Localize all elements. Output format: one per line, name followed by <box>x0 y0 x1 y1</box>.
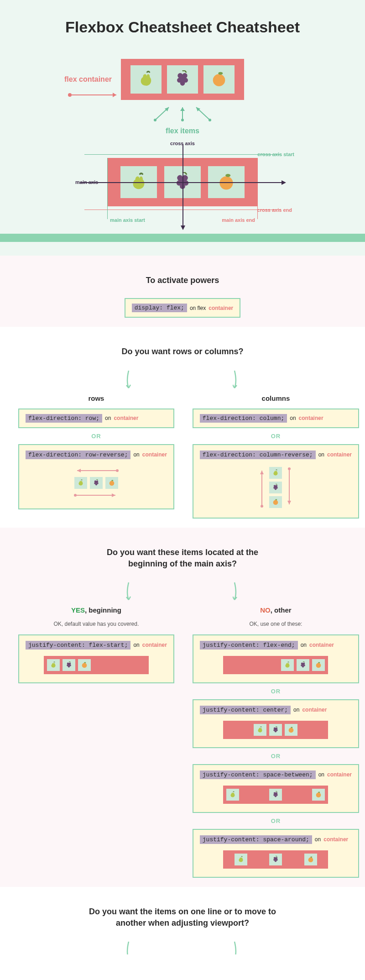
orange-icon <box>78 659 91 671</box>
code-card-column-reverse: flex-direction: column-reverse; on conta… <box>193 444 359 519</box>
section-heading: To activate powers <box>87 275 278 286</box>
hero-section: Flexbox Cheatsheet Cheatsheet flex conta… <box>0 0 365 256</box>
code-card-center: justify-content: center; on container <box>193 699 359 748</box>
pear-icon <box>281 659 294 671</box>
main-axis-end-label: main axis end <box>222 217 255 223</box>
svg-point-19 <box>74 494 77 497</box>
code-snippet: justify-content: center; <box>200 706 291 714</box>
arrow-down-icon <box>233 582 239 603</box>
grape-icon <box>269 854 282 865</box>
code-snippet: justify-content: flex-end; <box>200 641 298 650</box>
orange-icon <box>312 789 325 801</box>
section-heading: Do you want the items on one line or to … <box>87 906 278 929</box>
or-separator: OR <box>271 688 281 695</box>
arrow-down-icon <box>233 941 239 954</box>
code-snippet: flex-direction: column-reverse; <box>200 451 316 459</box>
pear-icon <box>74 477 87 489</box>
code-card-row-reverse: flex-direction: row-reverse; on containe… <box>18 444 174 509</box>
cross-axis-start-label: cross axis start <box>257 152 294 157</box>
grape-icon <box>269 482 282 493</box>
flex-start-demo <box>44 656 149 674</box>
page-title: Flexbox Cheatsheet Cheatsheet <box>0 18 365 36</box>
main-axis-label: main axis <box>75 179 98 185</box>
code-card-column: flex-direction: column; on container <box>193 409 359 428</box>
pear-icon <box>47 659 60 671</box>
or-separator: OR <box>271 753 281 760</box>
pear-icon <box>226 789 239 801</box>
code-snippet: justify-content: space-between; <box>200 770 316 779</box>
grape-icon <box>297 659 309 671</box>
arrow-down-icon <box>126 370 132 391</box>
code-snippet: flex-direction: row-reverse; <box>26 451 130 459</box>
wrap-section: Do you want the items on one line or to … <box>0 887 365 954</box>
column-reverse-demo <box>268 466 283 509</box>
svg-point-17 <box>116 469 119 472</box>
svg-point-14 <box>181 119 184 121</box>
cross-axis-label: cross axis <box>170 141 195 146</box>
orange-icon <box>285 724 297 736</box>
yes-note: OK, default value has you covered. <box>54 620 139 628</box>
orange-icon <box>304 854 317 865</box>
grape-icon <box>90 477 103 489</box>
orange-icon <box>203 65 235 94</box>
orange-icon <box>269 496 282 508</box>
code-card-flex-start: justify-content: flex-start; on containe… <box>18 634 174 683</box>
activate-section: To activate powers display: flex; on fle… <box>0 256 365 327</box>
flex-container-label: flex container <box>57 75 112 84</box>
svg-point-15 <box>209 119 211 121</box>
orange-icon <box>312 659 325 671</box>
code-card-row: flex-direction: row; on container <box>18 409 174 428</box>
center-demo <box>223 721 328 739</box>
code-snippet: display: flex; <box>132 304 187 312</box>
svg-point-23 <box>288 467 291 470</box>
grape-icon <box>63 659 75 671</box>
svg-point-8 <box>68 93 72 97</box>
code-snippet: flex-direction: column; <box>200 414 287 423</box>
flex-items-label: flex items <box>0 126 365 135</box>
section-divider <box>0 234 365 242</box>
grape-icon <box>269 789 282 801</box>
svg-point-13 <box>154 119 156 121</box>
pear-icon <box>269 467 282 479</box>
code-snippet: justify-content: flex-start; <box>26 641 130 650</box>
section-heading: Do you want rows or columns? <box>87 346 278 357</box>
or-separator: OR <box>91 433 101 440</box>
flex-container-demo <box>121 59 244 100</box>
cross-axis-end-label: cross axis end <box>257 207 292 213</box>
columns-label: columns <box>262 394 290 402</box>
orange-icon <box>105 477 118 489</box>
main-axis-start-label: main axis start <box>110 217 145 223</box>
direction-section: Do you want rows or columns? rows flex-d… <box>0 327 365 527</box>
no-other-label: NO, other <box>260 606 291 614</box>
arrow-down-icon <box>126 582 132 603</box>
code-card-space-around: justify-content: space-around; on contai… <box>193 829 359 878</box>
code-snippet: justify-content: space-around; <box>200 835 312 844</box>
pear-icon <box>235 854 247 865</box>
space-around-demo <box>223 850 328 869</box>
code-card-flex-end: justify-content: flex-end; on container <box>193 634 359 683</box>
row-reverse-demo <box>73 476 120 490</box>
arrow-down-icon <box>126 941 132 954</box>
grape-icon <box>269 724 282 736</box>
svg-point-21 <box>261 505 263 508</box>
no-note: OK, use one of these: <box>249 620 302 628</box>
code-card-space-between: justify-content: space-between; on conta… <box>193 764 359 813</box>
code-snippet: flex-direction: row; <box>26 414 102 423</box>
flex-end-demo <box>223 656 328 674</box>
section-heading: Do you want these items located at the b… <box>87 547 278 570</box>
or-separator: OR <box>271 818 281 824</box>
grape-icon <box>167 65 198 94</box>
space-between-demo <box>223 786 328 804</box>
pear-icon <box>254 724 266 736</box>
rows-label: rows <box>88 394 104 402</box>
yes-beginning-label: YES, beginning <box>71 606 121 614</box>
pear-icon <box>130 65 162 94</box>
or-separator: OR <box>271 433 281 440</box>
arrow-down-icon <box>233 370 239 391</box>
justify-section: Do you want these items located at the b… <box>0 528 365 887</box>
axis-diagram: main axis cross axis cross axis start cr… <box>107 158 258 206</box>
code-card-display-flex: display: flex; on flex container <box>125 298 241 318</box>
